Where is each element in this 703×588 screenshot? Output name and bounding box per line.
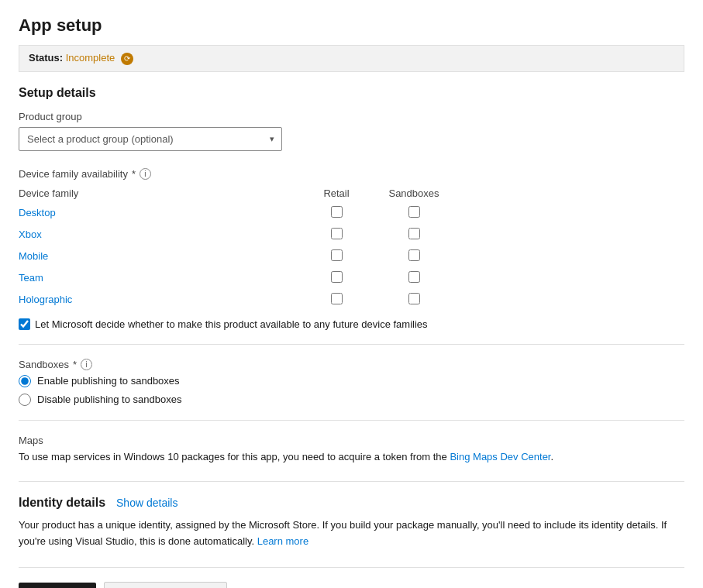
product-group-field: Product group Select a product group (op… [19,111,684,151]
device-name-cell: Holographic [19,289,298,311]
table-row: Team [19,267,453,289]
retail-checkbox-mobile[interactable] [331,249,343,261]
product-group-select-wrapper: Select a product group (optional) ▾ [19,127,282,151]
enable-sandboxes-radio[interactable] [19,375,31,387]
maps-text-after: . [551,451,554,462]
identity-description: Your product has a unique identity, assi… [19,518,684,550]
status-bar: Status: Incomplete ⟳ [19,45,684,72]
sandboxes-radio-group: Enable publishing to sandboxes Disable p… [19,375,684,406]
disable-sandboxes-label: Disable publishing to sandboxes [37,394,181,405]
sandboxes-checkbox-holographic[interactable] [408,293,420,304]
sandboxes-label: Sandboxes* i [19,359,684,370]
learn-more-link[interactable]: Learn more [257,535,308,547]
table-row: Mobile [19,246,453,267]
sandboxes-checkbox-mobile[interactable] [408,249,420,261]
product-group-label: Product group [19,111,684,122]
device-name-cell: Desktop [19,202,298,224]
retail-checkbox-desktop[interactable] [331,206,343,218]
identity-details-section: Identity details Show details Your produ… [19,496,684,550]
retail-checkbox-cell [298,246,375,267]
divider-2 [19,420,684,421]
show-details-link[interactable]: Show details [116,497,177,509]
status-label: Status: [29,52,63,64]
sandboxes-checkbox-cell [375,202,453,224]
maps-section: Maps To use map services in Windows 10 p… [19,435,684,465]
table-row: Xbox [19,224,453,246]
status-icon: ⟳ [121,53,133,65]
sandboxes-checkbox-cell [375,267,453,289]
radio-disable: Disable publishing to sandboxes [19,394,684,406]
retail-checkbox-xbox[interactable] [331,228,343,239]
delete-button[interactable]: Delete [235,583,278,588]
product-group-select[interactable]: Select a product group (optional) [19,127,282,151]
device-family-availability-label: Device family availability* i [19,168,684,180]
sandboxes-checkbox-team[interactable] [408,271,420,283]
retail-checkbox-cell [298,289,375,311]
table-header-row: Device family Retail Sandboxes [19,184,453,202]
table-row: Holographic [19,289,453,311]
identity-header: Identity details Show details [19,496,684,510]
device-family-table: Device family Retail Sandboxes Desktop X… [19,184,453,311]
setup-details-section: Setup details Product group Select a pro… [19,86,684,465]
retail-checkbox-team[interactable] [331,271,343,283]
maps-text-before: To use map services in Windows 10 packag… [19,451,450,462]
device-name-cell: Team [19,267,298,289]
future-families-label: Let Microsoft decide whether to make thi… [35,318,428,330]
divider-1 [19,344,684,345]
sandboxes-section: Sandboxes* i Enable publishing to sandbo… [19,359,684,406]
disable-sandboxes-radio[interactable] [19,394,31,406]
page-title: App setup [19,15,684,36]
retail-checkbox-holographic[interactable] [331,293,343,304]
maps-label: Maps [19,435,684,446]
sandboxes-info-icon[interactable]: i [81,359,92,370]
divider-3 [19,481,684,482]
sandboxes-checkbox-desktop[interactable] [408,206,420,218]
status-value: Incomplete [66,52,115,64]
identity-description-text: Your product has a unique identity, assi… [19,519,667,547]
identity-details-heading: Identity details [19,496,105,510]
table-row: Desktop [19,202,453,224]
retail-checkbox-cell [298,267,375,289]
retail-checkbox-cell [298,224,375,246]
enable-sandboxes-label: Enable publishing to sandboxes [37,375,180,387]
device-family-info-icon[interactable]: i [140,168,151,180]
setup-details-heading: Setup details [19,86,684,100]
radio-enable: Enable publishing to sandboxes [19,375,684,387]
bing-maps-link[interactable]: Bing Maps Dev Center [450,451,550,462]
sandboxes-checkbox-xbox[interactable] [408,228,420,239]
col-sandboxes: Sandboxes [375,184,453,202]
retail-checkbox-cell [298,202,375,224]
sandboxes-checkbox-cell [375,246,453,267]
future-families-row: Let Microsoft decide whether to make thi… [19,318,684,330]
device-family-availability-section: Device family availability* i Device fam… [19,168,684,330]
col-device-family: Device family [19,184,298,202]
sandboxes-checkbox-cell [375,289,453,311]
save-draft-button[interactable]: Save draft [19,583,96,588]
device-name-cell: Mobile [19,246,298,267]
action-bar: Save draft Review and publish Delete [19,567,684,588]
future-families-checkbox[interactable] [19,318,30,330]
review-publish-button[interactable]: Review and publish [104,582,227,588]
maps-text: To use map services in Windows 10 packag… [19,449,684,465]
device-name-cell: Xbox [19,224,298,246]
col-retail: Retail [298,184,375,202]
sandboxes-checkbox-cell [375,224,453,246]
